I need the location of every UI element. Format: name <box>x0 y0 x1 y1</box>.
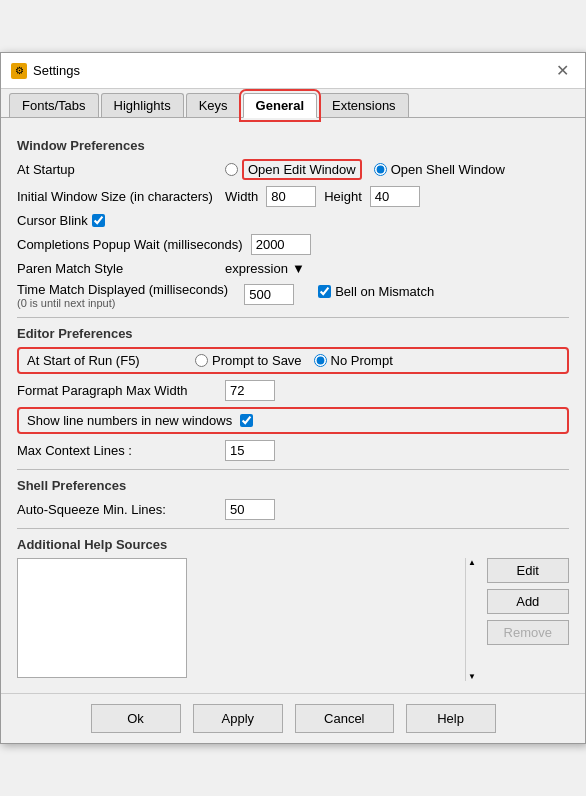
row-auto-squeeze: Auto-Squeeze Min. Lines: <box>17 499 569 520</box>
apply-button[interactable]: Apply <box>193 704 284 733</box>
radio-no-prompt-input[interactable] <box>314 354 327 367</box>
paren-match-value: expression <box>225 261 288 276</box>
radio-open-edit-window-input[interactable] <box>225 163 238 176</box>
label-initial-window-size: Initial Window Size (in characters) <box>17 189 217 204</box>
input-format-paragraph[interactable] <box>225 380 275 401</box>
scrollbar-thumb[interactable]: ▼ <box>468 672 476 681</box>
input-time-match[interactable] <box>244 284 294 305</box>
tab-keys[interactable]: Keys <box>186 93 241 117</box>
checkbox-cursor-blink[interactable]: Cursor Blink <box>17 213 105 228</box>
label-time-match-sub: (0 is until next input) <box>17 297 228 309</box>
section-shell-preferences: Shell Preferences <box>17 478 569 493</box>
edit-button[interactable]: Edit <box>487 558 569 583</box>
row-time-match: Time Match Displayed (milliseconds) (0 i… <box>17 282 569 309</box>
label-format-paragraph: Format Paragraph Max Width <box>17 383 217 398</box>
checkbox-bell-on-mismatch[interactable]: Bell on Mismatch <box>318 284 434 299</box>
tab-highlights[interactable]: Highlights <box>101 93 184 117</box>
label-at-startup: At Startup <box>17 162 217 177</box>
input-auto-squeeze[interactable] <box>225 499 275 520</box>
radio-prompt-to-save-input[interactable] <box>195 354 208 367</box>
row-completions-popup: Completions Popup Wait (milliseconds) <box>17 234 569 255</box>
paren-match-arrow: ▼ <box>292 261 305 276</box>
label-time-match: Time Match Displayed (milliseconds) <box>17 282 228 297</box>
radio-group-start-of-run: Prompt to Save No Prompt <box>195 353 393 368</box>
time-match-label-group: Time Match Displayed (milliseconds) (0 i… <box>17 282 228 309</box>
help-sources-area: ▲ ▼ Edit Add Remove <box>17 558 569 681</box>
row-format-paragraph: Format Paragraph Max Width <box>17 380 569 401</box>
tab-bar: Fonts/Tabs Highlights Keys General Exten… <box>1 89 585 118</box>
section-additional-help: Additional Help Sources <box>17 537 569 552</box>
ok-button[interactable]: Ok <box>91 704 181 733</box>
label-completions-popup: Completions Popup Wait (milliseconds) <box>17 237 243 252</box>
scrollbar[interactable]: ▲ ▼ <box>465 558 479 681</box>
radio-no-prompt[interactable]: No Prompt <box>314 353 393 368</box>
select-group-paren-match: expression ▼ <box>225 261 305 276</box>
row-at-start-of-run: At Start of Run (F5) Prompt to Save No P… <box>17 347 569 374</box>
row-show-line-numbers: Show line numbers in new windows <box>17 407 569 434</box>
window-title: Settings <box>33 63 80 78</box>
tab-general[interactable]: General <box>243 93 317 118</box>
input-completions-popup[interactable] <box>251 234 311 255</box>
checkbox-cursor-blink-input[interactable] <box>92 214 105 227</box>
radio-open-shell-window-label: Open Shell Window <box>391 162 505 177</box>
section-window-preferences: Window Preferences <box>17 138 569 153</box>
help-textarea-container: ▲ ▼ <box>17 558 479 681</box>
row-at-startup: At Startup Open Edit Window Open Shell W… <box>17 159 569 180</box>
radio-open-shell-window[interactable]: Open Shell Window <box>374 162 505 177</box>
radio-open-shell-window-input[interactable] <box>374 163 387 176</box>
section-editor-preferences: Editor Preferences <box>17 326 569 341</box>
cancel-button[interactable]: Cancel <box>295 704 393 733</box>
tab-extensions[interactable]: Extensions <box>319 93 409 117</box>
input-max-context-lines[interactable] <box>225 440 275 461</box>
help-button[interactable]: Help <box>406 704 496 733</box>
label-show-line-numbers: Show line numbers in new windows <box>27 413 232 428</box>
radio-open-edit-window[interactable]: Open Edit Window <box>225 159 362 180</box>
remove-button[interactable]: Remove <box>487 620 569 645</box>
row-initial-window-size: Initial Window Size (in characters) Widt… <box>17 186 569 207</box>
label-cursor-blink: Cursor Blink <box>17 213 88 228</box>
radio-prompt-to-save[interactable]: Prompt to Save <box>195 353 302 368</box>
tab-fonts-tabs[interactable]: Fonts/Tabs <box>9 93 99 117</box>
label-paren-match: Paren Match Style <box>17 261 217 276</box>
label-width: Width <box>225 189 258 204</box>
checkbox-bell-on-mismatch-input[interactable] <box>318 285 331 298</box>
titlebar-left: ⚙ Settings <box>11 63 80 79</box>
close-button[interactable]: ✕ <box>550 59 575 82</box>
footer: Ok Apply Cancel Help <box>1 693 585 743</box>
content-area: Window Preferences At Startup Open Edit … <box>1 118 585 693</box>
help-buttons-group: Edit Add Remove <box>487 558 569 681</box>
radio-open-edit-window-label: Open Edit Window <box>242 159 362 180</box>
label-bell-on-mismatch: Bell on Mismatch <box>335 284 434 299</box>
row-paren-match: Paren Match Style expression ▼ <box>17 261 569 276</box>
row-cursor-blink: Cursor Blink <box>17 213 569 228</box>
label-auto-squeeze: Auto-Squeeze Min. Lines: <box>17 502 217 517</box>
input-height[interactable] <box>370 186 420 207</box>
scrollbar-up-arrow[interactable]: ▲ <box>468 558 476 567</box>
radio-no-prompt-label: No Prompt <box>331 353 393 368</box>
help-sources-textarea[interactable] <box>17 558 187 678</box>
radio-group-startup: Open Edit Window Open Shell Window <box>225 159 505 180</box>
titlebar: ⚙ Settings ✕ <box>1 53 585 89</box>
radio-prompt-to-save-label: Prompt to Save <box>212 353 302 368</box>
add-button[interactable]: Add <box>487 589 569 614</box>
checkbox-show-line-numbers-input[interactable] <box>240 414 253 427</box>
label-at-start-of-run: At Start of Run (F5) <box>27 353 187 368</box>
row-max-context-lines: Max Context Lines : <box>17 440 569 461</box>
label-height: Height <box>324 189 362 204</box>
label-max-context-lines: Max Context Lines : <box>17 443 217 458</box>
settings-window: ⚙ Settings ✕ Fonts/Tabs Highlights Keys … <box>0 52 586 744</box>
settings-icon: ⚙ <box>11 63 27 79</box>
input-width[interactable] <box>266 186 316 207</box>
